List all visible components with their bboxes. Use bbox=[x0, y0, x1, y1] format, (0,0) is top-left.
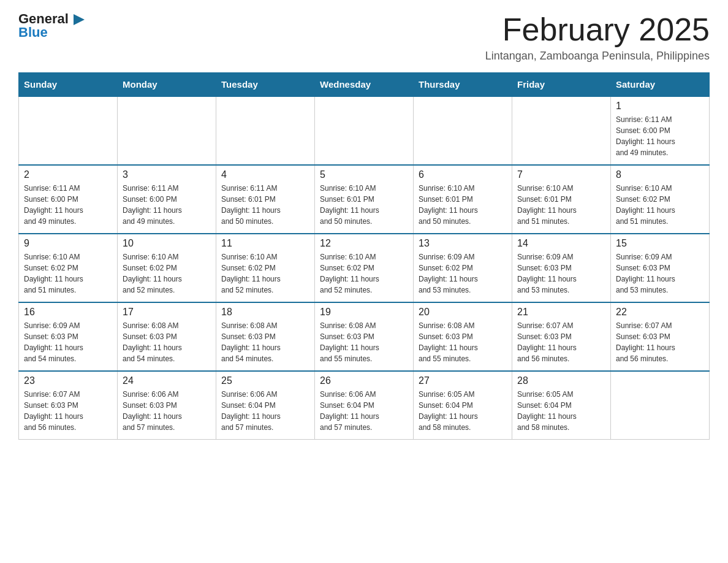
calendar-day-cell: 21Sunrise: 6:07 AM Sunset: 6:03 PM Dayli… bbox=[512, 302, 611, 371]
title-block: February 2025 Lintangan, Zamboanga Penin… bbox=[485, 12, 710, 63]
calendar-week-row: 23Sunrise: 6:07 AM Sunset: 6:03 PM Dayli… bbox=[19, 371, 710, 440]
day-info: Sunrise: 6:08 AM Sunset: 6:03 PM Dayligh… bbox=[419, 321, 478, 363]
calendar-day-cell: 27Sunrise: 6:05 AM Sunset: 6:04 PM Dayli… bbox=[414, 371, 512, 440]
day-number: 7 bbox=[517, 169, 605, 180]
calendar-day-cell: 18Sunrise: 6:08 AM Sunset: 6:03 PM Dayli… bbox=[216, 302, 315, 371]
logo-blue: Blue bbox=[18, 26, 85, 39]
day-number: 3 bbox=[123, 169, 211, 180]
day-info: Sunrise: 6:08 AM Sunset: 6:03 PM Dayligh… bbox=[320, 321, 379, 363]
day-number: 19 bbox=[320, 307, 408, 318]
calendar-week-row: 1Sunrise: 6:11 AM Sunset: 6:00 PM Daylig… bbox=[19, 96, 710, 165]
calendar-day-cell: 10Sunrise: 6:10 AM Sunset: 6:02 PM Dayli… bbox=[118, 234, 216, 302]
day-info: Sunrise: 6:10 AM Sunset: 6:02 PM Dayligh… bbox=[123, 253, 182, 294]
calendar-day-cell: 15Sunrise: 6:09 AM Sunset: 6:03 PM Dayli… bbox=[611, 234, 710, 302]
calendar-day-cell: 2Sunrise: 6:11 AM Sunset: 6:00 PM Daylig… bbox=[19, 165, 118, 234]
day-info: Sunrise: 6:06 AM Sunset: 6:04 PM Dayligh… bbox=[221, 390, 281, 432]
day-number: 9 bbox=[24, 238, 112, 249]
day-info: Sunrise: 6:09 AM Sunset: 6:03 PM Dayligh… bbox=[24, 321, 83, 363]
page-header: General Blue February 2025 Lintangan, Za… bbox=[18, 12, 710, 63]
day-number: 2 bbox=[24, 169, 112, 180]
day-number: 4 bbox=[221, 169, 309, 180]
day-number: 18 bbox=[221, 307, 309, 318]
logo-arrow-icon bbox=[74, 14, 85, 25]
logo-general: General bbox=[18, 12, 85, 26]
day-number: 13 bbox=[419, 238, 507, 249]
day-info: Sunrise: 6:10 AM Sunset: 6:02 PM Dayligh… bbox=[24, 253, 83, 294]
calendar-day-cell: 16Sunrise: 6:09 AM Sunset: 6:03 PM Dayli… bbox=[19, 302, 118, 371]
day-info: Sunrise: 6:10 AM Sunset: 6:02 PM Dayligh… bbox=[320, 253, 379, 294]
day-number: 11 bbox=[221, 238, 309, 249]
calendar-week-row: 9Sunrise: 6:10 AM Sunset: 6:02 PM Daylig… bbox=[19, 234, 710, 302]
calendar-day-cell: 6Sunrise: 6:10 AM Sunset: 6:01 PM Daylig… bbox=[414, 165, 512, 234]
day-number: 8 bbox=[616, 169, 704, 180]
day-info: Sunrise: 6:11 AM Sunset: 6:01 PM Dayligh… bbox=[221, 184, 281, 226]
calendar-day-cell: 1Sunrise: 6:11 AM Sunset: 6:00 PM Daylig… bbox=[611, 96, 710, 165]
day-info: Sunrise: 6:11 AM Sunset: 6:00 PM Dayligh… bbox=[123, 184, 182, 226]
logo-text: General Blue bbox=[18, 12, 85, 39]
day-info: Sunrise: 6:09 AM Sunset: 6:03 PM Dayligh… bbox=[517, 253, 577, 294]
calendar-day-cell: 5Sunrise: 6:10 AM Sunset: 6:01 PM Daylig… bbox=[315, 165, 414, 234]
day-number: 20 bbox=[419, 307, 507, 318]
calendar-day-cell bbox=[216, 96, 315, 165]
day-number: 22 bbox=[616, 307, 704, 318]
calendar-week-row: 16Sunrise: 6:09 AM Sunset: 6:03 PM Dayli… bbox=[19, 302, 710, 371]
month-title: February 2025 bbox=[485, 12, 710, 47]
calendar-day-cell: 8Sunrise: 6:10 AM Sunset: 6:02 PM Daylig… bbox=[611, 165, 710, 234]
day-number: 27 bbox=[419, 375, 507, 386]
calendar-day-cell: 28Sunrise: 6:05 AM Sunset: 6:04 PM Dayli… bbox=[512, 371, 611, 440]
location-subtitle: Lintangan, Zamboanga Peninsula, Philippi… bbox=[485, 50, 710, 63]
calendar-day-cell: 13Sunrise: 6:09 AM Sunset: 6:02 PM Dayli… bbox=[414, 234, 512, 302]
day-info: Sunrise: 6:10 AM Sunset: 6:02 PM Dayligh… bbox=[616, 184, 675, 226]
calendar-table: SundayMondayTuesdayWednesdayThursdayFrid… bbox=[18, 72, 710, 440]
day-info: Sunrise: 6:10 AM Sunset: 6:02 PM Dayligh… bbox=[221, 253, 281, 294]
calendar-day-cell: 22Sunrise: 6:07 AM Sunset: 6:03 PM Dayli… bbox=[611, 302, 710, 371]
day-info: Sunrise: 6:07 AM Sunset: 6:03 PM Dayligh… bbox=[24, 390, 83, 432]
calendar-day-cell bbox=[512, 96, 611, 165]
calendar-day-cell: 4Sunrise: 6:11 AM Sunset: 6:01 PM Daylig… bbox=[216, 165, 315, 234]
weekday-header-saturday: Saturday bbox=[611, 73, 710, 97]
day-info: Sunrise: 6:06 AM Sunset: 6:03 PM Dayligh… bbox=[123, 390, 182, 432]
weekday-header-friday: Friday bbox=[512, 73, 611, 97]
day-number: 16 bbox=[24, 307, 112, 318]
calendar-day-cell: 9Sunrise: 6:10 AM Sunset: 6:02 PM Daylig… bbox=[19, 234, 118, 302]
day-info: Sunrise: 6:07 AM Sunset: 6:03 PM Dayligh… bbox=[616, 321, 675, 363]
day-number: 28 bbox=[517, 375, 605, 386]
calendar-day-cell: 7Sunrise: 6:10 AM Sunset: 6:01 PM Daylig… bbox=[512, 165, 611, 234]
calendar-day-cell bbox=[315, 96, 414, 165]
day-number: 24 bbox=[123, 375, 211, 386]
day-number: 12 bbox=[320, 238, 408, 249]
weekday-header-tuesday: Tuesday bbox=[216, 73, 315, 97]
calendar-day-cell: 20Sunrise: 6:08 AM Sunset: 6:03 PM Dayli… bbox=[414, 302, 512, 371]
calendar-day-cell: 24Sunrise: 6:06 AM Sunset: 6:03 PM Dayli… bbox=[118, 371, 216, 440]
calendar-day-cell bbox=[118, 96, 216, 165]
calendar-day-cell: 23Sunrise: 6:07 AM Sunset: 6:03 PM Dayli… bbox=[19, 371, 118, 440]
calendar-day-cell bbox=[19, 96, 118, 165]
day-number: 21 bbox=[517, 307, 605, 318]
weekday-header-thursday: Thursday bbox=[414, 73, 512, 97]
day-number: 10 bbox=[123, 238, 211, 249]
day-info: Sunrise: 6:11 AM Sunset: 6:00 PM Dayligh… bbox=[24, 184, 83, 226]
day-info: Sunrise: 6:05 AM Sunset: 6:04 PM Dayligh… bbox=[517, 390, 577, 432]
day-number: 17 bbox=[123, 307, 211, 318]
calendar-day-cell: 19Sunrise: 6:08 AM Sunset: 6:03 PM Dayli… bbox=[315, 302, 414, 371]
logo: General Blue bbox=[18, 12, 85, 39]
day-info: Sunrise: 6:08 AM Sunset: 6:03 PM Dayligh… bbox=[221, 321, 281, 363]
day-info: Sunrise: 6:10 AM Sunset: 6:01 PM Dayligh… bbox=[419, 184, 478, 226]
day-number: 14 bbox=[517, 238, 605, 249]
day-info: Sunrise: 6:10 AM Sunset: 6:01 PM Dayligh… bbox=[517, 184, 577, 226]
calendar-day-cell: 25Sunrise: 6:06 AM Sunset: 6:04 PM Dayli… bbox=[216, 371, 315, 440]
day-info: Sunrise: 6:07 AM Sunset: 6:03 PM Dayligh… bbox=[517, 321, 577, 363]
day-info: Sunrise: 6:05 AM Sunset: 6:04 PM Dayligh… bbox=[419, 390, 478, 432]
day-info: Sunrise: 6:09 AM Sunset: 6:03 PM Dayligh… bbox=[616, 253, 675, 294]
day-number: 15 bbox=[616, 238, 704, 249]
weekday-header-sunday: Sunday bbox=[19, 73, 118, 97]
calendar-day-cell: 3Sunrise: 6:11 AM Sunset: 6:00 PM Daylig… bbox=[118, 165, 216, 234]
calendar-day-cell: 17Sunrise: 6:08 AM Sunset: 6:03 PM Dayli… bbox=[118, 302, 216, 371]
weekday-header-wednesday: Wednesday bbox=[315, 73, 414, 97]
calendar-day-cell bbox=[611, 371, 710, 440]
day-number: 25 bbox=[221, 375, 309, 386]
day-number: 1 bbox=[616, 101, 704, 112]
calendar-day-cell: 11Sunrise: 6:10 AM Sunset: 6:02 PM Dayli… bbox=[216, 234, 315, 302]
calendar-header-row: SundayMondayTuesdayWednesdayThursdayFrid… bbox=[19, 73, 710, 97]
calendar-day-cell bbox=[414, 96, 512, 165]
